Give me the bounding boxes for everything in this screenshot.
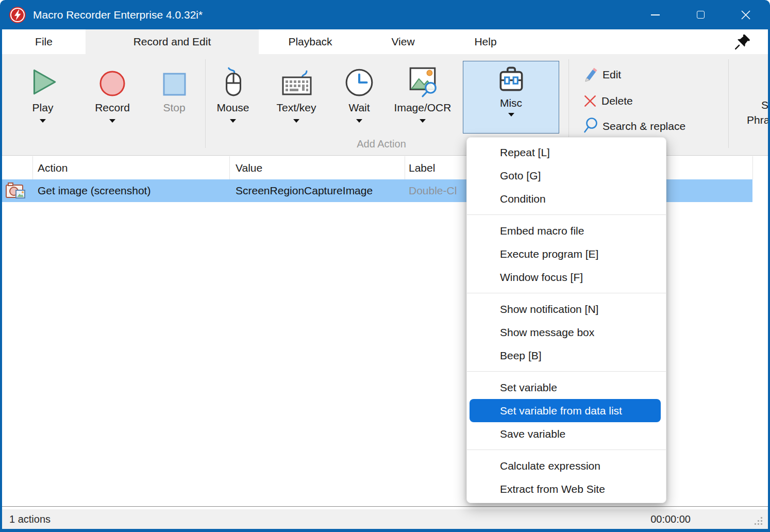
tab-view[interactable]: View	[362, 29, 444, 54]
chevron-down-icon	[109, 119, 115, 123]
search-replace-label: Search & replace	[602, 120, 685, 132]
chevron-down-icon	[420, 119, 426, 123]
app-window: Macro Recorder Enterprise 4.0.32i* FileR…	[0, 0, 770, 532]
action-count: 1 actions	[9, 509, 51, 529]
play-label: Play	[32, 101, 54, 114]
maximize-icon	[697, 11, 705, 19]
group-separator	[568, 59, 569, 148]
play-icon	[27, 66, 58, 97]
minimize-icon	[651, 14, 660, 15]
column-divider	[229, 156, 230, 179]
elapsed-time: 00:00:00	[650, 509, 691, 529]
close-button[interactable]	[739, 8, 752, 22]
menu-item-condition[interactable]: Condition	[470, 187, 661, 210]
record-button[interactable]: Record	[84, 58, 141, 137]
mouse-icon	[217, 66, 248, 97]
chevron-down-icon	[356, 119, 362, 123]
window-body: FileRecord and EditPlaybackViewHelp Play…	[2, 29, 768, 529]
stop-icon	[159, 68, 189, 97]
close-icon	[741, 10, 750, 20]
menu-bar-tabs: FileRecord and EditPlaybackViewHelp	[2, 29, 768, 54]
menu-item-calculate-expression[interactable]: Calculate expression	[470, 454, 661, 477]
cell-value: ScreenRegionCaptureImage	[236, 179, 373, 202]
misc-label: Misc	[500, 96, 522, 110]
minimize-button[interactable]	[648, 8, 662, 22]
menu-separator	[467, 371, 666, 372]
search-icon	[583, 117, 598, 136]
pin-icon[interactable]	[734, 33, 751, 51]
record-label: Record	[95, 101, 130, 114]
clock-icon	[344, 66, 375, 97]
search-replace-button[interactable]: Search & replace	[583, 117, 727, 136]
play-button[interactable]: Play	[14, 58, 71, 137]
status-bar: 1 actions 00:00:00	[2, 509, 768, 529]
menu-item-show-notification-n[interactable]: Show notification [N]	[470, 297, 661, 321]
cell-label: Double-Cl	[409, 179, 457, 202]
image-ocr-icon	[406, 65, 439, 97]
column-divider	[752, 156, 753, 179]
column-header-label[interactable]: Label	[409, 156, 435, 179]
tab-record-and-edit[interactable]: Record and Edit	[86, 29, 259, 54]
title-bar: Macro Recorder Enterprise 4.0.32i*	[0, 0, 770, 29]
menu-item-save-variable[interactable]: Save variable	[470, 422, 661, 445]
keyboard-icon	[279, 66, 313, 97]
maximize-button[interactable]	[694, 8, 707, 22]
tab-file[interactable]: File	[2, 29, 86, 54]
menu-item-embed-macro-file[interactable]: Embed macro file	[470, 219, 661, 242]
briefcase-icon	[494, 63, 528, 94]
mouse-label: Mouse	[216, 101, 249, 114]
delete-label: Delete	[601, 95, 633, 107]
delete-x-icon	[583, 94, 597, 108]
menu-item-set-variable[interactable]: Set variable	[470, 376, 661, 399]
menu-item-repeat-l[interactable]: Repeat [L]	[470, 141, 661, 164]
column-divider	[405, 156, 405, 179]
pencil-icon	[583, 67, 598, 82]
group-label-add-action: Add Action	[304, 138, 459, 150]
edit-label: Edit	[602, 69, 621, 81]
imageocr-label: Image/OCR	[394, 101, 451, 114]
menu-item-goto-g[interactable]: Goto [G]	[470, 164, 661, 187]
imageocr-button[interactable]: Image/OCR	[394, 58, 451, 137]
group-separator	[728, 59, 729, 148]
delete-button[interactable]: Delete	[583, 92, 727, 110]
tab-help[interactable]: Help	[444, 29, 527, 54]
status-divider	[2, 506, 768, 507]
menu-separator	[467, 214, 666, 215]
wait-button[interactable]: Wait	[331, 58, 388, 137]
menu-separator	[467, 450, 666, 450]
column-header-value[interactable]: Value	[236, 156, 262, 179]
app-logo-icon	[9, 6, 26, 24]
wait-label: Wait	[348, 101, 370, 114]
phrases-button-clipped[interactable]: S	[761, 99, 768, 111]
menu-separator	[467, 293, 666, 293]
tab-playback[interactable]: Playback	[259, 29, 362, 54]
misc-button[interactable]: Misc	[463, 61, 559, 134]
menu-item-execute-program-e[interactable]: Execute program [E]	[470, 242, 661, 265]
stop-button[interactable]: Stop	[146, 58, 203, 137]
phrases-button-clipped[interactable]: Phra	[747, 114, 768, 126]
record-icon	[97, 68, 127, 97]
chevron-down-icon	[230, 119, 236, 123]
column-divider	[32, 156, 33, 179]
textkey-label: Text/key	[276, 101, 316, 114]
menu-item-show-message-box[interactable]: Show message box	[470, 321, 661, 344]
window-title: Macro Recorder Enterprise 4.0.32i*	[33, 9, 203, 21]
edit-button[interactable]: Edit	[583, 65, 727, 84]
menu-item-window-focus-f[interactable]: Window focus [F]	[470, 265, 661, 289]
misc-dropdown-menu: Repeat [L]Goto [G]ConditionEmbed macro f…	[466, 137, 666, 503]
mouse-button[interactable]: Mouse	[205, 58, 261, 137]
chevron-down-icon	[508, 113, 514, 117]
chevron-down-icon	[40, 119, 46, 123]
menu-item-set-variable-from-data-list[interactable]: Set variable from data list	[470, 399, 661, 422]
chevron-down-icon	[293, 119, 299, 123]
screenshot-camera-icon	[5, 181, 27, 202]
menu-item-beep-b[interactable]: Beep [B]	[470, 344, 661, 367]
resize-grip-icon[interactable]	[754, 516, 763, 525]
menu-item-extract-from-web-site[interactable]: Extract from Web Site	[470, 477, 661, 501]
cell-action: Get image (screenshot)	[38, 179, 150, 202]
column-header-action[interactable]: Action	[38, 156, 68, 179]
stop-label: Stop	[163, 101, 185, 114]
textkey-button[interactable]: Text/key	[268, 58, 325, 137]
